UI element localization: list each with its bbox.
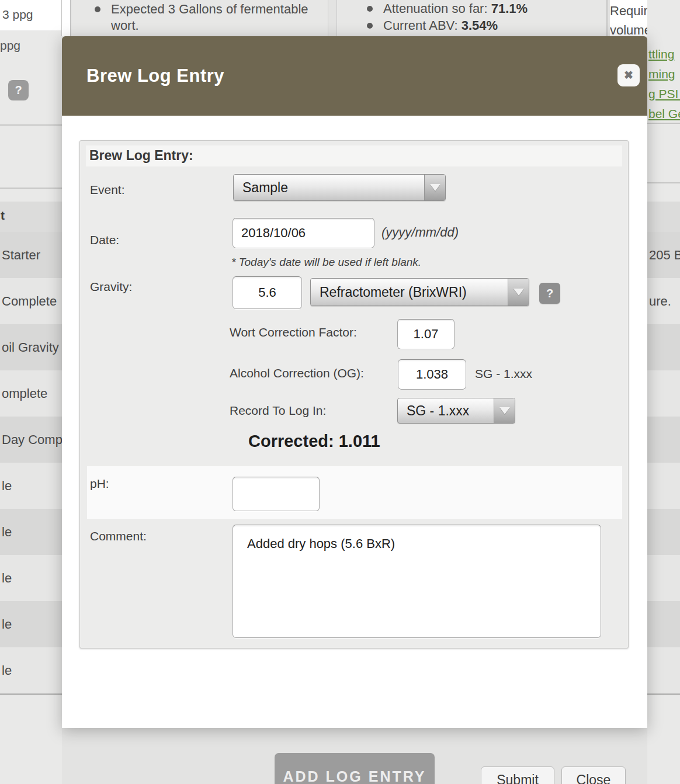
bullet-icon bbox=[95, 6, 100, 12]
chevron-down-icon bbox=[494, 398, 515, 423]
table-header-fragment bbox=[647, 202, 680, 232]
wort-correction-label: Wort Correction Factor: bbox=[230, 325, 357, 339]
background-left-rows: Starter Complete oil Gravity omplete Day… bbox=[0, 232, 62, 695]
date-note: * Today's date will be used if left blan… bbox=[231, 256, 421, 269]
table-row[interactable]: le bbox=[0, 601, 62, 647]
gravity-unit-value: Refractometer (BrixWRI) bbox=[311, 279, 508, 306]
table-row[interactable]: omplete bbox=[0, 370, 62, 417]
date-label: Date: bbox=[90, 233, 119, 247]
form-heading-strip: Brew Log Entry: bbox=[86, 145, 622, 166]
gravity-unit-select[interactable]: Refractometer (BrixWRI) bbox=[310, 278, 529, 306]
ph-row bbox=[87, 466, 622, 519]
event-select-value: Sample bbox=[234, 175, 424, 200]
abv-value: 3.54% bbox=[462, 18, 498, 33]
table-row[interactable]: le bbox=[0, 463, 62, 509]
form-heading: Brew Log Entry: bbox=[86, 145, 622, 164]
bullet-icon bbox=[367, 23, 373, 29]
date-format-hint: (yyyy/mm/dd) bbox=[381, 225, 459, 240]
attenuation-value: 71.1% bbox=[491, 1, 528, 16]
divider bbox=[647, 123, 680, 124]
link-fragment[interactable]: ttling bbox=[648, 44, 680, 64]
ppg-fragment: ppg bbox=[0, 39, 20, 53]
corrected-gravity-readout: Corrected: 1.011 bbox=[248, 432, 380, 451]
table-row[interactable] bbox=[647, 555, 680, 601]
close-button[interactable]: Close bbox=[561, 766, 626, 784]
modal-header: Brew Log Entry ✖ bbox=[62, 36, 647, 116]
page: 3 ppg ppg ? t Starter Complete oil Gravi… bbox=[0, 0, 680, 784]
date-input[interactable] bbox=[233, 218, 374, 248]
table-row[interactable]: Complete bbox=[0, 278, 62, 324]
chevron-down-icon bbox=[508, 279, 529, 306]
bullet-text: Current ABV: 3.54% bbox=[383, 18, 498, 34]
table-row[interactable] bbox=[647, 601, 680, 647]
table-header-fragment: t bbox=[0, 202, 62, 232]
divider bbox=[647, 693, 680, 695]
ph-input[interactable] bbox=[233, 477, 320, 511]
background-gap bbox=[62, 0, 70, 36]
background-right-rows: 205 B ure. bbox=[647, 232, 680, 695]
table-row[interactable]: le bbox=[0, 647, 62, 693]
modal-title: Brew Log Entry bbox=[86, 36, 224, 116]
table-row[interactable]: 205 B bbox=[647, 232, 680, 278]
wort-correction-input[interactable] bbox=[397, 319, 455, 349]
gravity-help-button[interactable]: ? bbox=[539, 283, 560, 304]
modal-body: Brew Log Entry: Event: Sample Date: (yyy… bbox=[62, 116, 647, 728]
table-row[interactable] bbox=[647, 463, 680, 509]
divider bbox=[0, 693, 62, 695]
background-right-links: ttling ming g PSI ( bel Ge bbox=[648, 44, 680, 124]
gravity-input[interactable] bbox=[233, 276, 302, 309]
link-fragment[interactable]: g PSI ( bbox=[648, 84, 680, 104]
event-label: Event: bbox=[90, 183, 125, 197]
background-panel-stats: Attenuation so far: 71.1% Current ABV: 3… bbox=[336, 0, 608, 36]
close-icon[interactable]: ✖ bbox=[617, 64, 640, 86]
alcohol-correction-unit: SG - 1.xxx bbox=[475, 367, 532, 381]
record-to-log-value: SG - 1.xxx bbox=[398, 398, 494, 423]
alcohol-correction-label: Alcohol Correction (OG): bbox=[230, 366, 364, 380]
alcohol-correction-input[interactable] bbox=[398, 359, 466, 390]
table-row[interactable] bbox=[647, 370, 680, 417]
bullet-icon bbox=[367, 6, 373, 12]
link-fragment[interactable]: bel Ge bbox=[648, 104, 680, 124]
add-log-entry-button[interactable]: ADD LOG ENTRY bbox=[275, 753, 435, 784]
table-row[interactable]: le bbox=[0, 509, 62, 555]
table-row[interactable]: oil Gravity bbox=[0, 324, 62, 370]
record-to-log-label: Record To Log In: bbox=[230, 404, 326, 418]
bullet-text: Expected 3 Gallons of fermentable wort. bbox=[111, 1, 321, 34]
background-panel-wort: Expected 3 Gallons of fermentable wort. bbox=[70, 0, 328, 36]
table-row[interactable]: Day Comp bbox=[0, 417, 62, 463]
bullet-text: Attenuation so far: 71.1% bbox=[383, 1, 528, 17]
table-row[interactable]: le bbox=[0, 555, 62, 601]
gravity-label: Gravity: bbox=[90, 280, 132, 294]
record-to-log-select[interactable]: SG - 1.xxx bbox=[397, 398, 515, 424]
brew-log-entry-modal: Brew Log Entry ✖ Brew Log Entry: Event: … bbox=[62, 36, 647, 728]
help-icon[interactable]: ? bbox=[8, 80, 29, 100]
brew-log-form: Brew Log Entry: Event: Sample Date: (yyy… bbox=[79, 140, 629, 648]
table-row[interactable]: ure. bbox=[647, 278, 680, 324]
event-select[interactable]: Sample bbox=[233, 174, 446, 201]
ph-label: pH: bbox=[90, 477, 109, 491]
link-fragment[interactable]: ming bbox=[648, 64, 680, 84]
table-row[interactable] bbox=[647, 509, 680, 555]
divider bbox=[647, 182, 680, 183]
divider bbox=[0, 124, 62, 126]
comment-label: Comment: bbox=[90, 529, 147, 543]
comment-textarea[interactable]: Added dry hops (5.6 BxR) bbox=[233, 525, 601, 638]
table-row[interactable]: Starter bbox=[0, 232, 62, 278]
table-row[interactable] bbox=[647, 324, 680, 370]
submit-button[interactable]: Submit bbox=[481, 766, 554, 784]
chevron-down-icon bbox=[424, 175, 445, 200]
table-row[interactable] bbox=[647, 647, 680, 693]
ppg-fragment-top: 3 ppg bbox=[2, 8, 33, 22]
table-row[interactable] bbox=[647, 417, 680, 463]
divider bbox=[0, 188, 62, 189]
